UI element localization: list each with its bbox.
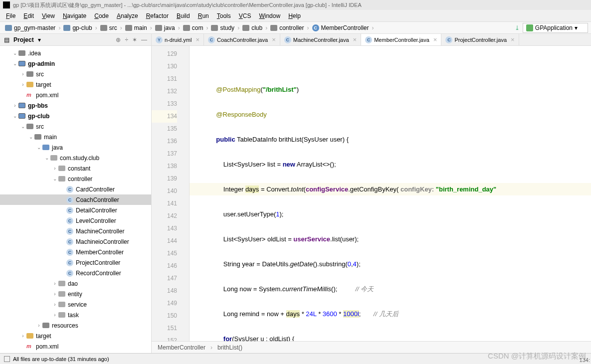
chevron-down-icon[interactable]: ▾ [38,36,41,43]
tab-n-druid.yml[interactable]: Yn-druid.yml× [152,34,204,45]
menu-build[interactable]: Build [173,11,194,21]
tree-arrow-icon[interactable]: › [20,333,26,339]
tree-item-src[interactable]: ›src [0,69,151,79]
maven-icon: m [26,343,34,350]
tree-arrow-icon[interactable]: ⌄ [28,134,34,140]
project-tree[interactable]: ⌄.idea⌄gp-admin›src›targetmpom.xml›gp-bb… [0,46,151,353]
tree-item-gp-bbs[interactable]: ›gp-bbs [0,100,151,111]
tree-item-MachineioController[interactable]: CMachineioController [0,236,151,247]
tree-item-RecordController[interactable]: CRecordController [0,268,151,278]
breadcrumb-gp_gym-master[interactable]: gp_gym-master [3,24,57,31]
menu-file[interactable]: File [2,11,19,21]
tree-item-entity[interactable]: ›entity [0,289,151,299]
tree-arrow-icon[interactable]: › [20,82,26,87]
tree-item-CoachController[interactable]: CCoachController [0,194,151,205]
crumb[interactable]: MemberController [158,344,205,351]
close-icon[interactable]: × [353,36,357,43]
tree-item-pom.xml[interactable]: mpom.xml [0,341,151,352]
line-number: 145 [152,247,177,260]
tab-ProjectController.java[interactable]: CProjectController.java× [441,34,519,45]
close-icon[interactable]: × [433,36,437,43]
tree-item-DetailController[interactable]: CDetailController [0,205,151,215]
tree-arrow-icon[interactable]: ⌄ [52,176,58,182]
tree-arrow-icon[interactable]: ⌄ [12,61,18,66]
tree-item-pom.xml[interactable]: mpom.xml [0,90,151,100]
tree-arrow-icon[interactable]: ⌄ [44,155,50,161]
menu-run[interactable]: Run [194,11,213,21]
tree-item-gp-club[interactable]: ⌄gp-club [0,111,151,121]
tree-arrow-icon[interactable]: ⌄ [20,124,26,129]
tree-item-target[interactable]: ›target [0,331,151,341]
breadcrumb-java[interactable]: java [153,24,177,31]
crumb[interactable]: brithList() [217,344,242,351]
class-icon: C [66,238,74,245]
status-icon [4,356,10,362]
tree-item-dao[interactable]: ›dao [0,278,151,289]
tree-arrow-icon[interactable]: › [52,166,58,171]
panel-title: Project [13,36,34,43]
tree-item-src[interactable]: ⌄src [0,121,151,132]
menu-view[interactable]: View [38,11,59,21]
breadcrumb-com[interactable]: com [181,24,205,31]
tab-MachineController.java[interactable]: CMachineController.java× [280,34,361,45]
breadcrumb-gp-club[interactable]: gp-club [61,24,94,31]
tree-arrow-icon[interactable]: › [52,291,58,297]
tree-arrow-icon[interactable]: › [20,71,26,77]
target-icon[interactable]: ⊕ [116,36,121,43]
run-config-dropdown[interactable]: GPApplication ▾ [523,23,588,33]
tree-item-task[interactable]: ›task [0,310,151,320]
tree-arrow-icon[interactable]: › [12,103,18,108]
tree-item-resources[interactable]: ›resources [0,320,151,331]
chevron-right-icon: › [265,24,267,31]
tree-arrow-icon[interactable]: › [52,281,58,286]
tree-arrow-icon[interactable]: ⌄ [12,50,18,56]
tree-item-MachineController[interactable]: CMachineController [0,226,151,236]
menu-vcs[interactable]: VCS [235,11,255,21]
nav-bar: gp_gym-master›gp-club›src›main›java›com›… [0,22,591,34]
breadcrumb-club[interactable]: club [240,24,264,31]
tree-item-target[interactable]: ›target [0,79,151,90]
menu-tools[interactable]: Tools [213,11,235,21]
tree-arrow-icon[interactable]: ⌄ [12,113,18,119]
code-editor[interactable]: @PostMapping("/brithList") @ResponseBody… [190,46,591,341]
tab-CoachController.java[interactable]: CCoachController.java× [204,34,280,45]
tree-item-controller[interactable]: ⌄controller [0,174,151,184]
settings-icon[interactable]: ✶ [132,36,137,43]
menu-code[interactable]: Code [90,11,113,21]
breadcrumb-MemberController[interactable]: CMemberController [310,24,371,31]
breadcrumb-controller[interactable]: controller [268,24,306,31]
tree-item-CardController[interactable]: CCardController [0,184,151,194]
tree-item-com.study.club[interactable]: ⌄com.study.club [0,153,151,163]
tree-arrow-icon[interactable]: › [36,323,42,328]
tree-arrow-icon[interactable]: ⌄ [36,145,42,150]
build-icon[interactable]: ⤓ [515,24,520,31]
menu-navigate[interactable]: Navigate [59,11,90,21]
tree-item-ProjectController[interactable]: CProjectController [0,257,151,268]
tab-MemberController.java[interactable]: CMemberController.java× [361,34,441,45]
menu-window[interactable]: Window [255,11,284,21]
menu-refactor[interactable]: Refactor [142,11,173,21]
collapse-icon[interactable]: ÷ [125,36,128,43]
menu-analyze[interactable]: Analyze [113,11,142,21]
close-icon[interactable]: × [196,36,199,43]
tree-item-constant[interactable]: ›constant [0,163,151,174]
hide-icon[interactable]: — [141,36,147,43]
close-icon[interactable]: × [511,36,515,43]
breadcrumb-study[interactable]: study [209,24,236,31]
breadcrumb-main[interactable]: main [123,24,149,31]
close-icon[interactable]: × [272,36,276,43]
tree-item-MemberController[interactable]: CMemberController [0,247,151,257]
folder-icon [155,25,162,31]
tree-arrow-icon[interactable]: › [52,312,58,318]
tree-item-service[interactable]: ›service [0,299,151,310]
menu-help[interactable]: Help [284,11,305,21]
tree-item-java[interactable]: ⌄java [0,142,151,153]
tree-item-gp-admin[interactable]: ⌄gp-admin [0,58,151,69]
line-number: 141 [152,197,177,210]
tree-item-main[interactable]: ⌄main [0,132,151,142]
tree-item-.idea[interactable]: ⌄.idea [0,48,151,58]
menu-edit[interactable]: Edit [19,11,38,21]
breadcrumb-src[interactable]: src [98,24,119,31]
tree-item-LevelController[interactable]: CLevelController [0,215,151,226]
tree-arrow-icon[interactable]: › [52,302,58,307]
